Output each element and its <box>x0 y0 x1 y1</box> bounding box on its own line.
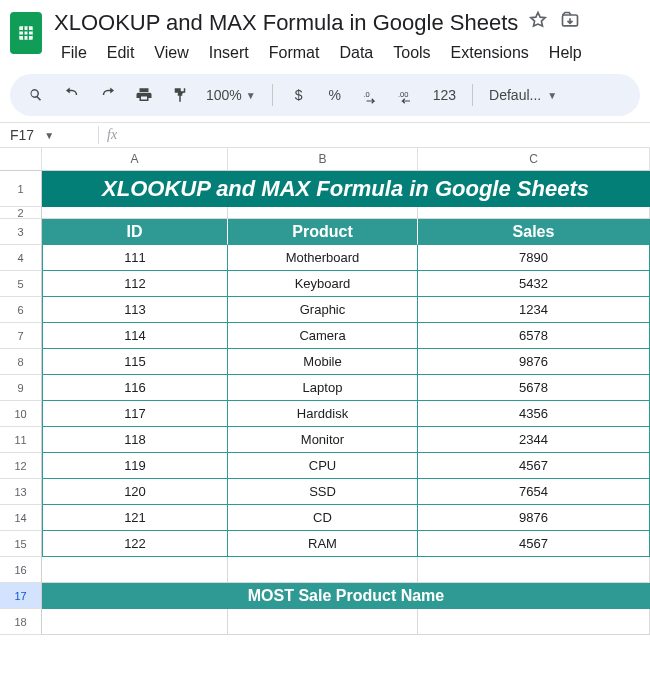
cell-sales[interactable]: 5678 <box>418 375 650 401</box>
cell[interactable] <box>42 557 228 583</box>
cell-product[interactable]: Mobile <box>228 349 418 375</box>
cell[interactable] <box>418 609 650 635</box>
menu-view[interactable]: View <box>145 40 197 66</box>
row-header[interactable]: 15 <box>0 531 42 557</box>
cell-product[interactable]: Camera <box>228 323 418 349</box>
cell[interactable] <box>42 609 228 635</box>
cell-id[interactable]: 118 <box>42 427 228 453</box>
row-header[interactable]: 4 <box>0 245 42 271</box>
menu-extensions[interactable]: Extensions <box>442 40 538 66</box>
most-sale-label-cell[interactable]: MOST Sale Product Name <box>42 583 650 609</box>
cell-sales[interactable]: 2344 <box>418 427 650 453</box>
col-header-c[interactable]: C <box>418 148 650 171</box>
col-header-a[interactable]: A <box>42 148 228 171</box>
cell-product[interactable]: Graphic <box>228 297 418 323</box>
cell-id[interactable]: 114 <box>42 323 228 349</box>
title-banner-cell[interactable]: XLOOKUP and MAX Formula in Google Sheets <box>42 171 650 207</box>
paint-format-icon[interactable] <box>164 79 196 111</box>
cell-sales[interactable]: 9876 <box>418 505 650 531</box>
cell-id[interactable]: 120 <box>42 479 228 505</box>
cell-sales[interactable]: 4356 <box>418 401 650 427</box>
doc-title[interactable]: XLOOKUP and MAX Formula in Google Sheets <box>54 10 518 36</box>
percent-button[interactable]: % <box>319 79 351 111</box>
menu-edit[interactable]: Edit <box>98 40 144 66</box>
row-header[interactable]: 12 <box>0 453 42 479</box>
cell-product[interactable]: Harddisk <box>228 401 418 427</box>
cell-sales[interactable]: 7654 <box>418 479 650 505</box>
row-header[interactable]: 13 <box>0 479 42 505</box>
cell-sales[interactable]: 5432 <box>418 271 650 297</box>
cell-id[interactable]: 119 <box>42 453 228 479</box>
row-header[interactable]: 8 <box>0 349 42 375</box>
row-header[interactable]: 9 <box>0 375 42 401</box>
cell-product[interactable]: Keyboard <box>228 271 418 297</box>
row-header[interactable]: 16 <box>0 557 42 583</box>
menu-format[interactable]: Format <box>260 40 329 66</box>
row-header[interactable]: 6 <box>0 297 42 323</box>
star-icon[interactable] <box>528 10 548 36</box>
row-header[interactable]: 5 <box>0 271 42 297</box>
select-all-corner[interactable] <box>0 148 42 171</box>
search-icon[interactable] <box>20 79 52 111</box>
row-header[interactable]: 14 <box>0 505 42 531</box>
move-icon[interactable] <box>560 10 580 36</box>
row-header[interactable]: 2 <box>0 207 42 219</box>
row-header[interactable]: 1 <box>0 171 42 207</box>
col-header-b[interactable]: B <box>228 148 418 171</box>
cell-sales[interactable]: 7890 <box>418 245 650 271</box>
cell-product[interactable]: CD <box>228 505 418 531</box>
cell-product[interactable]: Motherboard <box>228 245 418 271</box>
font-select[interactable]: Defaul... ▼ <box>483 87 563 103</box>
cell[interactable] <box>228 557 418 583</box>
cell-product[interactable]: Laptop <box>228 375 418 401</box>
cell-id[interactable]: 122 <box>42 531 228 557</box>
menu-insert[interactable]: Insert <box>200 40 258 66</box>
cell[interactable] <box>418 207 650 219</box>
row-header[interactable]: 18 <box>0 609 42 635</box>
redo-icon[interactable] <box>92 79 124 111</box>
cell-id[interactable]: 113 <box>42 297 228 323</box>
header-id[interactable]: ID <box>42 219 228 245</box>
menu-tools[interactable]: Tools <box>384 40 439 66</box>
cell-sales[interactable]: 9876 <box>418 349 650 375</box>
cell[interactable] <box>228 207 418 219</box>
undo-icon[interactable] <box>56 79 88 111</box>
row-header[interactable]: 11 <box>0 427 42 453</box>
menu-data[interactable]: Data <box>330 40 382 66</box>
cell-sales[interactable]: 4567 <box>418 531 650 557</box>
cell-product[interactable]: SSD <box>228 479 418 505</box>
cell-sales[interactable]: 4567 <box>418 453 650 479</box>
cell-id[interactable]: 111 <box>42 245 228 271</box>
cell-product[interactable]: CPU <box>228 453 418 479</box>
zoom-select[interactable]: 100% ▼ <box>200 87 262 103</box>
cell-id[interactable]: 116 <box>42 375 228 401</box>
cell-id[interactable]: 115 <box>42 349 228 375</box>
cell-id[interactable]: 121 <box>42 505 228 531</box>
row-header[interactable]: 10 <box>0 401 42 427</box>
row-header[interactable]: 3 <box>0 219 42 245</box>
increase-decimal-button[interactable]: .00 <box>391 79 423 111</box>
decrease-decimal-button[interactable]: .0 <box>355 79 387 111</box>
header-product[interactable]: Product <box>228 219 418 245</box>
cell[interactable] <box>42 207 228 219</box>
doc-title-row: XLOOKUP and MAX Formula in Google Sheets <box>52 8 640 38</box>
row-header[interactable]: 17 <box>0 583 42 609</box>
spreadsheet-grid[interactable]: A B C 1XLOOKUP and MAX Formula in Google… <box>0 148 650 635</box>
cell-product[interactable]: RAM <box>228 531 418 557</box>
print-icon[interactable] <box>128 79 160 111</box>
menu-file[interactable]: File <box>52 40 96 66</box>
cell[interactable] <box>418 557 650 583</box>
number-format-button[interactable]: 123 <box>427 79 462 111</box>
cell-product[interactable]: Monitor <box>228 427 418 453</box>
name-box[interactable]: F17 ▼ <box>0 127 90 143</box>
cell-sales[interactable]: 1234 <box>418 297 650 323</box>
currency-button[interactable]: $ <box>283 79 315 111</box>
menu-help[interactable]: Help <box>540 40 591 66</box>
cell[interactable] <box>228 609 418 635</box>
fx-icon: fx <box>107 127 117 143</box>
cell-id[interactable]: 112 <box>42 271 228 297</box>
cell-id[interactable]: 117 <box>42 401 228 427</box>
row-header[interactable]: 7 <box>0 323 42 349</box>
header-sales[interactable]: Sales <box>418 219 650 245</box>
cell-sales[interactable]: 6578 <box>418 323 650 349</box>
